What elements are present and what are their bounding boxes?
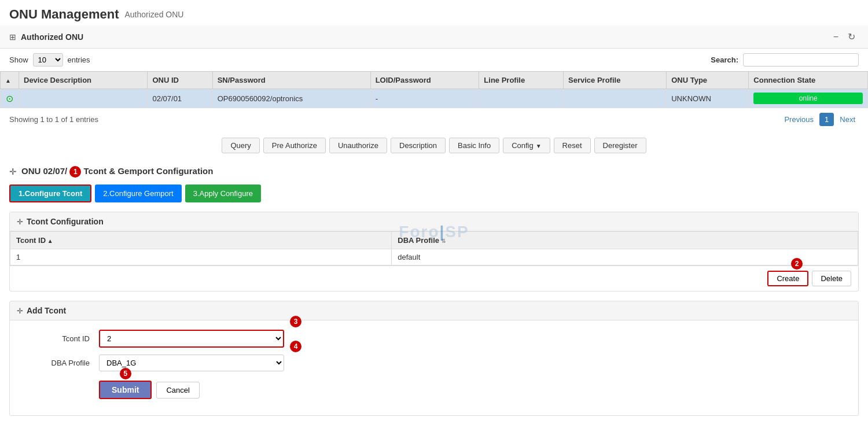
col-line-profile[interactable]: Line Profile (479, 72, 564, 89)
row-onu-type: UNKNOWN (667, 89, 749, 108)
page-1-button[interactable]: 1 (819, 113, 834, 126)
badge-3: 3 (290, 316, 301, 327)
search-input[interactable] (743, 53, 859, 67)
col-dba-profile[interactable]: DBA Profile (392, 232, 858, 249)
previous-button[interactable]: Previous (781, 113, 817, 126)
onu-config-title: ONU 02/07/ 1 Tcont & Gemport Configurati… (21, 166, 213, 178)
section-actions: − ↻ (830, 30, 859, 43)
tcont-section-title: Tcont Configuration (27, 217, 104, 226)
step-buttons: 1.Configure Tcont 2.Configure Gemport 3.… (9, 185, 859, 202)
onu-table: Device Description ONU ID SN/Password LO… (0, 71, 868, 108)
form-submit-row: 5 Submit Cancel (24, 378, 844, 406)
entries-select[interactable]: 10 25 50 100 (33, 53, 63, 67)
cancel-button[interactable]: Cancel (156, 382, 199, 399)
add-tcont-section: ✛ Add Tcont Tcont ID 3 1 2 3 4 (9, 301, 859, 416)
configure-tcont-button[interactable]: 1.Configure Tcont (9, 185, 91, 202)
configure-gemport-button[interactable]: 2.Configure Gemport (95, 185, 181, 202)
onu-config-section: ✛ ONU 02/07/ 1 Tcont & Gemport Configura… (0, 160, 868, 425)
pagination-row: Showing 1 to 1 of 1 entries Previous 1 N… (0, 108, 868, 131)
apply-configure-button[interactable]: 3.Apply Configure (185, 185, 261, 202)
online-badge: online (753, 93, 863, 104)
pre-authorize-button[interactable]: Pre Authorize (263, 138, 326, 153)
row-loid-password: - (370, 89, 479, 108)
row-indicator: ⊙ (1, 89, 19, 108)
submit-button[interactable]: Submit (99, 381, 152, 399)
action-buttons-row: Query Pre Authorize Unauthorize Descript… (0, 131, 868, 160)
col-onu-type[interactable]: ONU Type (667, 72, 749, 89)
page-header: ONU Management Authorized ONU (0, 0, 868, 25)
minimize-button[interactable]: − (830, 30, 842, 43)
description-button[interactable]: Description (391, 138, 446, 153)
col-loid-password[interactable]: LOID/Password (370, 72, 479, 89)
pagination-controls: Previous 1 Next (781, 113, 859, 126)
entries-label: entries (68, 56, 90, 64)
col-connection-state[interactable]: Connection State (749, 72, 868, 89)
col-onu-id[interactable]: ONU ID (148, 72, 212, 89)
config-button[interactable]: Config (503, 138, 550, 153)
next-button[interactable]: Next (836, 113, 859, 126)
section-title: Authorized ONU (21, 32, 83, 42)
add-tcont-body: Tcont ID 3 1 2 3 4 DBA Profile (10, 320, 858, 415)
entries-info: Showing 1 to 1 of 1 entries (9, 115, 98, 124)
deregister-button[interactable]: Deregister (594, 138, 646, 153)
data-table-container: Device Description ONU ID SN/Password LO… (0, 71, 868, 108)
row-device-description (19, 89, 148, 108)
add-tcont-icon: ✛ (17, 307, 23, 315)
search-label: Search: (711, 56, 738, 64)
badge-5: 5 (120, 368, 131, 379)
unauthorize-button[interactable]: Unauthorize (329, 138, 387, 153)
create-button[interactable]: Create (767, 271, 808, 286)
delete-button[interactable]: Delete (812, 271, 851, 286)
tcont-id-select[interactable]: 1 2 3 4 (99, 330, 284, 348)
basic-info-button[interactable]: Basic Info (449, 138, 499, 153)
row-line-profile (479, 89, 564, 108)
badge-1: 1 (69, 166, 81, 178)
col-device-description[interactable]: Device Description (19, 72, 148, 89)
tcont-icon: ✛ (17, 217, 23, 226)
query-button[interactable]: Query (222, 138, 259, 153)
tcont-id-label: Tcont ID (24, 334, 99, 343)
tcont-actions: 2 Create Delete (10, 265, 858, 291)
refresh-button[interactable]: ↻ (844, 30, 859, 43)
row-onu-id: 02/07/01 (148, 89, 212, 108)
badge-4: 4 (290, 341, 301, 352)
col-service-profile[interactable]: Service Profile (564, 72, 667, 89)
tcont-config-section: ✛ Tcont Configuration Tcont ID DBA Profi… (9, 212, 859, 292)
tcont-section-header: ✛ Tcont Configuration (10, 212, 858, 231)
row-service-profile (564, 89, 667, 108)
add-tcont-title: Add Tcont (27, 306, 66, 315)
tcont-id-control: 3 1 2 3 4 (99, 330, 284, 348)
badge-2: 2 (791, 258, 803, 270)
puzzle-icon: ✛ (9, 167, 17, 177)
row-sn-password: OP6900560092/optronics (212, 89, 370, 108)
col-sn-password[interactable]: SN/Password (212, 72, 370, 89)
row-connection-state: online (749, 89, 868, 108)
authorized-onu-section-header: ⊞ Authorized ONU − ↻ (0, 25, 868, 49)
submit-container: 5 Submit (99, 381, 152, 399)
tcont-table-row[interactable]: 1 default (10, 249, 858, 265)
search-area: Search: (711, 53, 859, 67)
page-subtitle: Authorized ONU (124, 10, 183, 19)
grid-icon: ⊞ (9, 32, 16, 42)
add-tcont-header: ✛ Add Tcont (10, 301, 858, 320)
dba-profile-cell: default (392, 249, 858, 265)
show-label: Show (9, 56, 28, 64)
page-title: ONU Management (9, 7, 119, 22)
dba-profile-row: DBA Profile 4 default DBA_1G DBA_100M (24, 355, 844, 371)
onu-config-header: ✛ ONU 02/07/ 1 Tcont & Gemport Configura… (9, 160, 859, 185)
table-row[interactable]: ⊙ 02/07/01 OP6900560092/optronics - UNKN… (1, 89, 868, 108)
controls-row: Show 10 25 50 100 entries Search: (0, 49, 868, 71)
col-tcont-id[interactable]: Tcont ID (10, 232, 392, 249)
tcont-id-row: Tcont ID 3 1 2 3 4 (24, 330, 844, 348)
tcont-id-cell: 1 (10, 249, 392, 265)
col-indicator (1, 72, 19, 89)
reset-button[interactable]: Reset (554, 138, 591, 153)
dba-profile-label: DBA Profile (24, 359, 99, 367)
tcont-table: Tcont ID DBA Profile 1 default (10, 231, 858, 265)
